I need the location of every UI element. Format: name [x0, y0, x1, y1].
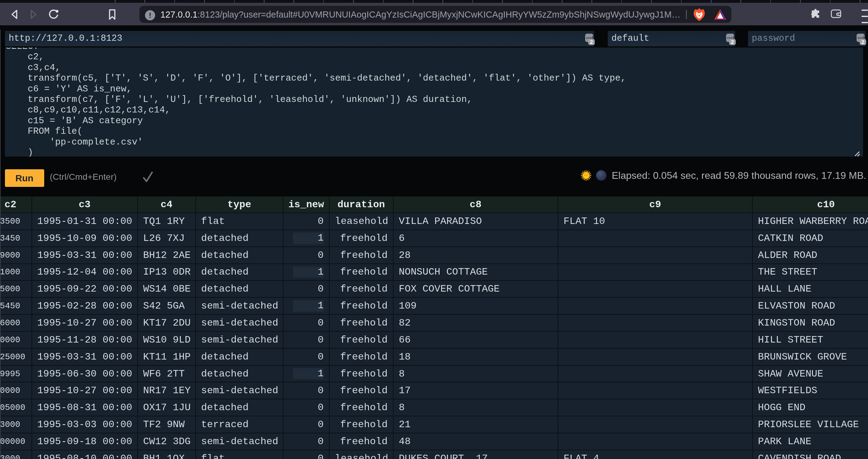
svg-text:2: 2	[590, 39, 593, 45]
svg-text:2: 2	[731, 39, 734, 45]
svg-text:2: 2	[862, 39, 864, 45]
